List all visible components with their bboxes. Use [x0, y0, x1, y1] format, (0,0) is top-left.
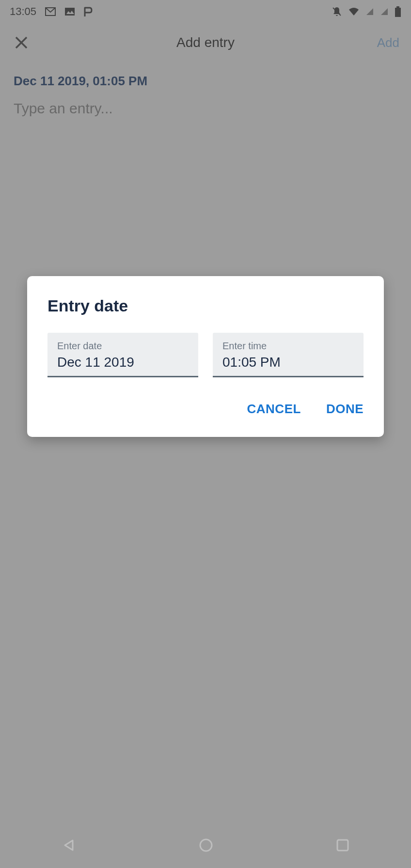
time-field[interactable]: Enter time 01:05 PM	[213, 333, 364, 377]
recent-icon	[335, 838, 350, 852]
cancel-button[interactable]: CANCEL	[247, 402, 301, 417]
date-field-label: Enter date	[57, 341, 189, 352]
back-icon	[61, 837, 77, 853]
time-field-label: Enter time	[222, 341, 354, 352]
home-button[interactable]	[198, 837, 214, 855]
back-button[interactable]	[61, 837, 77, 855]
dialog-title: Entry date	[47, 296, 364, 315]
date-field-value: Dec 11 2019	[57, 355, 189, 370]
svg-point-7	[200, 839, 212, 851]
svg-rect-8	[337, 840, 348, 851]
done-button[interactable]: DONE	[326, 402, 364, 417]
time-field-value: 01:05 PM	[222, 355, 354, 370]
date-field[interactable]: Enter date Dec 11 2019	[47, 333, 198, 377]
android-nav-bar	[0, 824, 411, 868]
home-icon	[198, 837, 214, 853]
entry-date-dialog: Entry date Enter date Dec 11 2019 Enter …	[27, 276, 384, 437]
recent-button[interactable]	[335, 838, 350, 854]
